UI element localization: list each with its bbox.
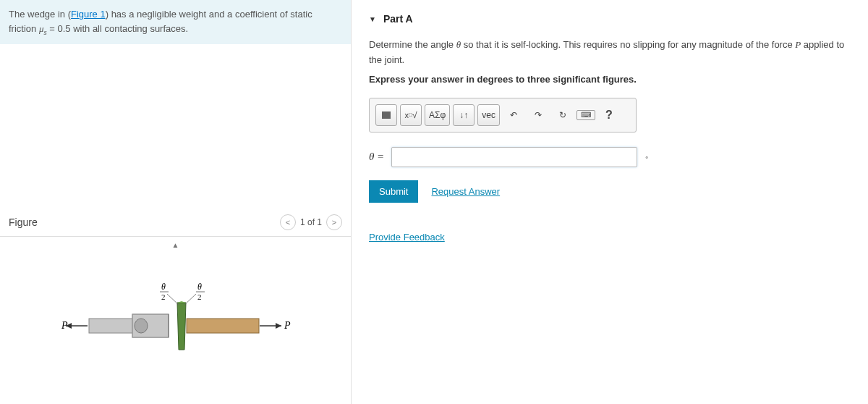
keyboard-button[interactable]: ⌨ — [576, 110, 595, 120]
problem-statement: The wedge in (Figure 1) has a negligible… — [0, 0, 351, 44]
caret-down-icon: ▼ — [369, 15, 376, 23]
hint-line: Express your answer in degrees to three … — [369, 74, 851, 85]
equation-toolbar: x□√ ΑΣφ ↓↑ vec ↶ ↷ ↻ ⌨ ? — [369, 98, 637, 132]
problem-text-before: The wedge in ( — [9, 9, 71, 20]
prompt-text: Determine the angle θ so that it is self… — [369, 38, 851, 68]
figure-prev-button[interactable]: < — [280, 214, 296, 230]
arrows-button[interactable]: ↓↑ — [453, 104, 475, 126]
svg-text:P: P — [61, 320, 68, 331]
svg-text:P: P — [284, 320, 291, 331]
figure-count: 1 of 1 — [300, 217, 322, 227]
svg-marker-6 — [177, 303, 186, 350]
figure-link[interactable]: Figure 1 — [71, 9, 106, 20]
undo-button[interactable]: ↶ — [503, 104, 524, 126]
submit-button[interactable]: Submit — [369, 180, 418, 203]
mu-value: = 0.5 with all contacting surfaces. — [47, 23, 188, 34]
answer-row: θ = ∘ — [369, 147, 851, 167]
request-answer-link[interactable]: Request Answer — [431, 186, 500, 197]
svg-point-3 — [135, 319, 148, 333]
right-panel: ▼ Part A Determine the angle θ so that i… — [352, 0, 868, 404]
svg-text:θ: θ — [161, 282, 166, 292]
svg-rect-4 — [187, 319, 259, 333]
figure-section: Figure < 1 of 1 > ▲ — [0, 209, 351, 404]
part-a-header[interactable]: ▼ Part A — [369, 13, 851, 25]
figure-header: Figure < 1 of 1 > — [0, 209, 351, 237]
figure-nav: < 1 of 1 > — [280, 214, 342, 230]
answer-input[interactable] — [391, 147, 637, 167]
prompt-mid: so that it is self-locking. This require… — [461, 39, 795, 50]
unit-degrees: ∘ — [644, 153, 649, 161]
svg-text:2: 2 — [161, 293, 166, 301]
svg-line-13 — [167, 294, 179, 305]
part-a-title: Part A — [383, 13, 413, 25]
svg-text:θ: θ — [197, 282, 202, 292]
greek-button[interactable]: ΑΣφ — [425, 104, 450, 126]
svg-text:2: 2 — [197, 293, 202, 301]
svg-marker-7 — [177, 301, 186, 303]
figure-body: P P θ 2 θ 2 — [0, 252, 351, 404]
help-button[interactable]: ? — [598, 104, 620, 126]
svg-line-14 — [184, 294, 196, 305]
wedge-diagram: P P θ 2 θ 2 — [60, 281, 292, 368]
chevron-up-icon: ▲ — [172, 241, 179, 249]
template-icon — [382, 111, 391, 119]
figure-next-button[interactable]: > — [326, 214, 342, 230]
reset-button[interactable]: ↻ — [552, 104, 574, 126]
templates-button[interactable] — [375, 104, 397, 126]
sqrt-button[interactable]: x□√ — [400, 104, 422, 126]
answer-label: θ = — [369, 151, 384, 163]
submit-row: Submit Request Answer — [369, 180, 851, 203]
vec-button[interactable]: vec — [477, 104, 500, 126]
svg-marker-12 — [276, 323, 281, 329]
prompt-before: Determine the angle — [369, 39, 456, 50]
provide-feedback-link[interactable]: Provide Feedback — [369, 232, 445, 243]
left-panel: The wedge in (Figure 1) has a negligible… — [0, 0, 352, 404]
figure-title: Figure — [9, 216, 38, 228]
redo-button[interactable]: ↷ — [527, 104, 549, 126]
figure-collapse-button[interactable]: ▲ — [0, 237, 351, 252]
